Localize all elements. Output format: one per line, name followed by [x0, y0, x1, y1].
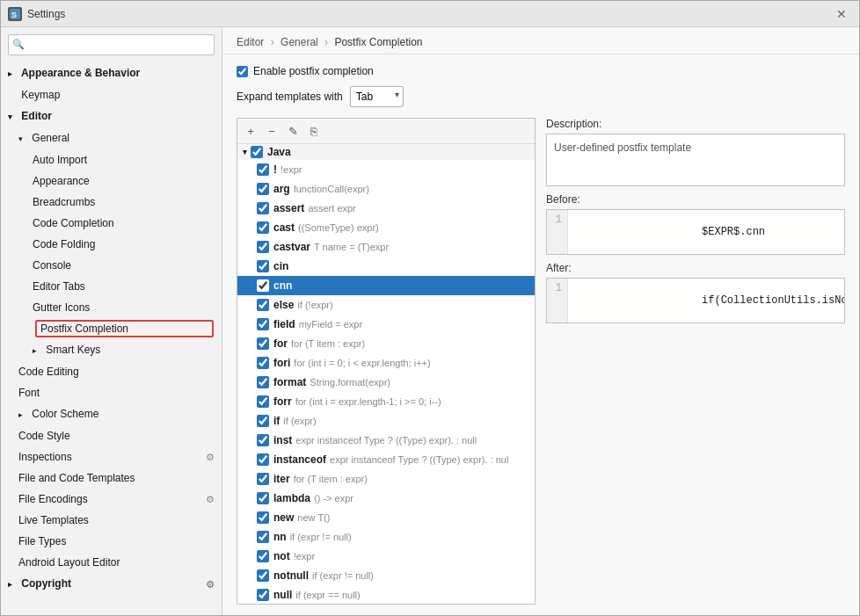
item-key: forr [273, 394, 292, 409]
item-checkbox[interactable] [257, 318, 269, 330]
item-checkbox[interactable] [257, 395, 269, 408]
copy-button[interactable]: ⎘ [304, 121, 324, 141]
sidebar-item-gutter-icons[interactable]: Gutter Icons [1, 297, 222, 318]
sidebar-item-inspections[interactable]: Inspections ⚙ [1, 446, 222, 467]
template-item-arg[interactable]: arg functionCall(expr) [237, 179, 535, 199]
item-checkbox[interactable] [257, 241, 269, 253]
sidebar-item-appearance[interactable]: Appearance [1, 170, 222, 192]
sidebar-item-font[interactable]: Font [1, 382, 222, 403]
item-checkbox[interactable] [257, 279, 269, 292]
item-key: new [273, 510, 294, 525]
template-item-assert[interactable]: assert assert expr [237, 199, 535, 218]
template-item-cin[interactable]: cin [237, 257, 535, 276]
search-input[interactable] [8, 34, 215, 55]
item-desc: for (int i = 0; i < expr.length; i++) [294, 355, 430, 371]
search-icon: 🔍 [12, 39, 25, 50]
sidebar-item-general[interactable]: ▾ General [1, 127, 222, 149]
item-checkbox[interactable] [257, 299, 269, 311]
sidebar-item-keymap[interactable]: Keymap [1, 84, 222, 105]
desc-label: Description: [546, 118, 845, 130]
sidebar-item-smart-keys[interactable]: ▸ Smart Keys [1, 339, 222, 361]
template-item-fori[interactable]: fori for (int i = 0; i < expr.length; i+… [237, 353, 535, 373]
item-checkbox[interactable] [257, 357, 269, 369]
item-checkbox[interactable] [257, 415, 269, 427]
sidebar-item-android-layout-editor[interactable]: Android Layout Editor [1, 552, 222, 573]
template-item-cast[interactable]: cast ((SomeType) expr) [237, 218, 535, 237]
sidebar-item-file-types[interactable]: File Types [1, 531, 222, 552]
inspections-settings-icon[interactable]: ⚙ [206, 448, 215, 466]
java-group-checkbox[interactable] [251, 146, 263, 158]
enable-checkbox[interactable] [237, 66, 248, 77]
sidebar-item-editor[interactable]: ▾ Editor [1, 105, 222, 127]
item-checkbox[interactable] [257, 531, 269, 543]
sidebar-item-code-completion[interactable]: Code Completion [1, 213, 222, 234]
template-item-lambda[interactable]: lambda () -> expr [237, 489, 535, 508]
templates-area: + − ✎ ⎘ ▾ Java [237, 118, 845, 605]
arrow-icon: ▾ [8, 108, 17, 126]
template-item-else[interactable]: else if (!expr) [237, 295, 535, 315]
template-item-nn[interactable]: nn if (expr != null) [237, 527, 535, 547]
item-desc: if (!expr) [297, 297, 332, 313]
item-checkbox[interactable] [257, 492, 269, 504]
sidebar-item-appearance-behavior[interactable]: ▸ Appearance & Behavior [1, 62, 222, 84]
sidebar-item-console[interactable]: Console [1, 255, 222, 276]
template-item-notnull[interactable]: notnull if (expr != null) [237, 566, 535, 585]
item-desc: assert expr [308, 200, 355, 216]
sidebar-item-file-encodings[interactable]: File Encodings ⚙ [1, 489, 222, 510]
copyright-settings-icon[interactable]: ⚙ [206, 576, 215, 593]
template-item-field[interactable]: field myField = expr [237, 315, 535, 334]
item-checkbox[interactable] [257, 183, 269, 195]
item-checkbox[interactable] [257, 221, 269, 234]
sidebar-item-editor-tabs[interactable]: Editor Tabs [1, 276, 222, 297]
sidebar-item-color-scheme[interactable]: ▸ Color Scheme [1, 403, 222, 425]
before-panel: 1 $EXPR$.cnn [546, 209, 845, 255]
sidebar-item-breadcrumbs[interactable]: Breadcrumbs [1, 192, 222, 213]
sidebar-item-live-templates[interactable]: Live Templates [1, 510, 222, 531]
template-item-cnn[interactable]: cnn [237, 276, 535, 295]
template-item-if[interactable]: if if (expr) [237, 411, 535, 431]
template-item-instanceof[interactable]: instanceof expr instanceof Type ? ((Type… [237, 450, 535, 469]
template-item-not[interactable]: not !expr [237, 547, 535, 566]
sidebar-item-postfix-completion[interactable]: Postfix Completion [4, 319, 219, 338]
edit-button[interactable]: ✎ [283, 121, 302, 141]
item-desc: functionCall(expr) [294, 181, 369, 197]
expand-arrow-icon: ▾ [243, 148, 247, 156]
expand-select[interactable]: Tab Enter Space [350, 86, 404, 107]
item-checkbox[interactable] [257, 202, 269, 214]
item-desc: for (T item : expr) [294, 471, 368, 487]
sidebar-item-copyright[interactable]: ▸ Copyright ⚙ [1, 573, 222, 595]
item-checkbox[interactable] [257, 589, 269, 601]
sidebar-item-code-style[interactable]: Code Style [1, 425, 222, 446]
sidebar-item-code-editing[interactable]: Code Editing [1, 361, 222, 382]
item-checkbox[interactable] [257, 569, 269, 582]
template-item-excl[interactable]: ! !expr [237, 160, 535, 179]
item-key: inst [273, 432, 292, 448]
item-desc: for (T item : expr) [291, 336, 365, 351]
item-checkbox[interactable] [257, 376, 269, 388]
item-checkbox[interactable] [257, 434, 269, 446]
sidebar-item-file-code-templates[interactable]: File and Code Templates [1, 467, 222, 489]
template-item-inst[interactable]: inst expr instanceof Type ? ((Type) expr… [237, 431, 535, 450]
template-item-for[interactable]: for for (T item : expr) [237, 334, 535, 353]
template-item-iter[interactable]: iter for (T item : expr) [237, 469, 535, 489]
sidebar-item-auto-import[interactable]: Auto Import [1, 149, 222, 170]
item-checkbox[interactable] [257, 163, 269, 176]
file-encodings-settings-icon[interactable]: ⚙ [206, 490, 215, 508]
item-checkbox[interactable] [257, 453, 269, 466]
close-button[interactable]: ✕ [831, 5, 852, 23]
remove-button[interactable]: − [262, 121, 281, 141]
item-checkbox[interactable] [257, 511, 269, 524]
template-group-java[interactable]: ▾ Java [237, 144, 535, 160]
add-button[interactable]: + [241, 121, 260, 141]
item-checkbox[interactable] [257, 473, 269, 485]
breadcrumb-general: General [281, 36, 318, 48]
template-item-null[interactable]: null if (expr == null) [237, 585, 535, 604]
item-checkbox[interactable] [257, 260, 269, 272]
sidebar-item-code-folding[interactable]: Code Folding [1, 234, 222, 255]
item-checkbox[interactable] [257, 550, 269, 562]
template-item-format[interactable]: format String.format(expr) [237, 373, 535, 392]
template-item-castvar[interactable]: castvar T name = (T)expr [237, 237, 535, 257]
template-item-forr[interactable]: forr for (int i = expr.length-1; i >= 0;… [237, 392, 535, 411]
item-checkbox[interactable] [257, 337, 269, 350]
template-item-new[interactable]: new new T() [237, 508, 535, 527]
